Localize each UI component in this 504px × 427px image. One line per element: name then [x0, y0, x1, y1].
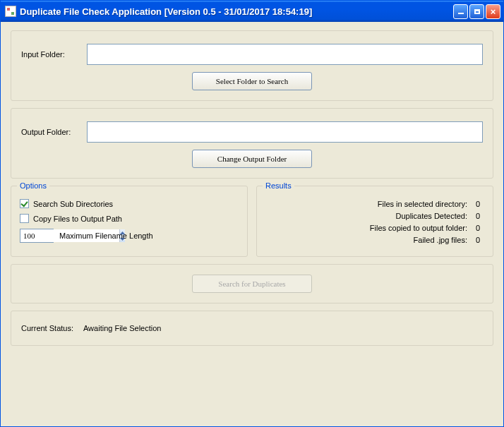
window-controls: ×	[453, 4, 500, 19]
select-folder-button[interactable]: Select Folder to Search	[192, 72, 312, 90]
minimize-button[interactable]	[453, 4, 468, 19]
options-legend: Options	[17, 181, 49, 190]
app-window: Duplicate File Check Application [Versio…	[0, 0, 504, 427]
copy-files-checkbox[interactable]	[20, 214, 29, 223]
search-sub-label: Search Sub Directories	[33, 200, 113, 208]
result-label: Duplicates Detected:	[396, 212, 468, 220]
output-folder-field[interactable]	[87, 121, 483, 143]
result-value: 0	[476, 200, 484, 208]
result-label: Files in selected directory:	[378, 200, 467, 208]
search-group: Search for Duplicates	[11, 264, 493, 303]
result-value: 0	[476, 236, 484, 244]
search-sub-checkbox[interactable]	[20, 199, 29, 208]
window-title: Duplicate File Check Application [Versio…	[20, 6, 453, 17]
results-legend: Results	[263, 181, 294, 190]
input-folder-group: Input Folder: Select Folder to Search	[11, 30, 493, 101]
output-folder-group: Output Folder: Change Output Folder	[11, 108, 493, 179]
status-value: Awaiting File Selection	[83, 324, 161, 332]
input-folder-field[interactable]	[87, 44, 483, 65]
output-folder-label: Output Folder:	[21, 128, 81, 136]
search-duplicates-button[interactable]: Search for Duplicates	[192, 275, 312, 293]
result-label: Failed .jpg files:	[414, 236, 467, 244]
result-label: Files copied to output folder:	[370, 224, 467, 232]
max-filename-label: Maximum Filename Length	[59, 231, 153, 240]
options-group: Options Search Sub Directories Copy File…	[11, 186, 248, 257]
copy-files-label: Copy Files to Output Path	[33, 215, 122, 223]
titlebar[interactable]: Duplicate File Check Application [Versio…	[1, 1, 503, 22]
status-label: Current Status:	[21, 324, 73, 332]
status-group: Current Status: Awaiting File Selection	[11, 311, 493, 346]
result-value: 0	[476, 212, 484, 220]
change-output-button[interactable]: Change Output Folder	[192, 150, 312, 168]
results-group: Results Files in selected directory: 0 D…	[256, 186, 493, 257]
close-button[interactable]: ×	[486, 4, 500, 19]
max-filename-spinner[interactable]	[20, 229, 54, 243]
client-area: Input Folder: Select Folder to Search Ou…	[1, 22, 503, 426]
result-value: 0	[476, 224, 484, 232]
input-folder-label: Input Folder:	[21, 50, 81, 59]
app-icon	[5, 6, 16, 17]
maximize-button[interactable]	[469, 4, 484, 19]
